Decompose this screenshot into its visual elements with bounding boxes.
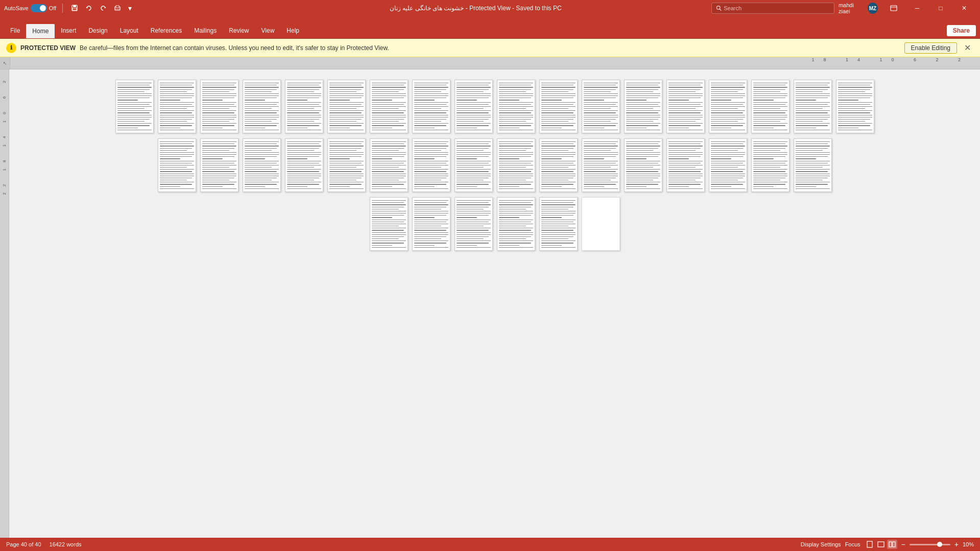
- customize-qa-button[interactable]: ▾: [126, 3, 134, 13]
- svg-rect-1: [73, 5, 76, 7]
- tab-layout[interactable]: Layout: [114, 23, 145, 38]
- page-thumb[interactable]: [412, 138, 450, 192]
- page-thumb[interactable]: [794, 80, 832, 133]
- svg-rect-4: [116, 6, 119, 8]
- page-thumb[interactable]: [709, 80, 747, 133]
- title-bar: AutoSave Off ▾ خشونت های خانگی علیه زنان…: [0, 0, 980, 16]
- share-button[interactable]: Share: [947, 25, 976, 36]
- redo-button[interactable]: [98, 4, 109, 13]
- page-thumb[interactable]: [370, 80, 408, 133]
- ribbon-display-button[interactable]: [882, 0, 905, 16]
- page-thumb[interactable]: [243, 138, 281, 192]
- page-thumb[interactable]: [497, 80, 535, 133]
- autosave-label: AutoSave: [4, 5, 29, 11]
- ribbon: File Home Insert Design Layout Reference…: [0, 16, 980, 39]
- ruler-area: ↖ 18 14 10 6 2 2: [0, 57, 980, 69]
- page-thumb[interactable]: [666, 80, 705, 133]
- page-thumb[interactable]: [200, 80, 238, 133]
- minimize-button[interactable]: ─: [905, 0, 929, 16]
- status-right: Display Settings Focus − + 10%: [801, 540, 974, 549]
- page-thumb[interactable]: [582, 197, 620, 251]
- page-thumb[interactable]: [115, 80, 154, 133]
- page-thumb[interactable]: [624, 138, 662, 192]
- tab-view[interactable]: View: [255, 23, 281, 38]
- vertical-ruler: 22 18 14 10 6 2: [0, 69, 9, 538]
- ribbon-right: Share: [947, 25, 976, 38]
- page-info: Page 40 of 40: [6, 541, 41, 547]
- page-thumb[interactable]: [412, 80, 450, 133]
- tab-insert[interactable]: Insert: [55, 23, 82, 38]
- close-button[interactable]: ✕: [952, 0, 976, 16]
- search-input[interactable]: [724, 5, 830, 11]
- tab-references[interactable]: References: [145, 23, 188, 38]
- status-left: Page 40 of 40 16422 words: [6, 541, 82, 547]
- tab-mailings[interactable]: Mailings: [188, 23, 223, 38]
- autosave-area: AutoSave Off: [4, 4, 56, 12]
- page-thumb[interactable]: [243, 80, 281, 133]
- tab-help[interactable]: Help: [280, 23, 305, 38]
- page-thumb[interactable]: [666, 138, 705, 192]
- page-thumb[interactable]: [158, 80, 196, 133]
- page-thumb[interactable]: [836, 80, 874, 133]
- svg-rect-10: [867, 541, 872, 547]
- window-controls: ─ □ ✕: [882, 0, 976, 16]
- page-thumb[interactable]: [285, 138, 323, 192]
- page-thumb[interactable]: [200, 138, 238, 192]
- page-thumb[interactable]: [794, 138, 832, 192]
- word-count: 16422 words: [50, 541, 82, 547]
- page-thumb[interactable]: [455, 80, 493, 133]
- page-thumb[interactable]: [582, 80, 620, 133]
- search-icon: [716, 5, 722, 11]
- page-thumb[interactable]: [751, 138, 790, 192]
- svg-point-6: [716, 6, 720, 10]
- page-thumb[interactable]: [370, 197, 408, 251]
- display-settings-button[interactable]: Display Settings: [801, 541, 841, 547]
- svg-rect-12: [889, 542, 892, 547]
- zoom-in-button[interactable]: +: [954, 540, 959, 548]
- main-area: 22 18 14 10 6 2: [0, 69, 980, 538]
- page-thumb[interactable]: [709, 138, 747, 192]
- page-thumb[interactable]: [455, 138, 493, 192]
- page-thumb[interactable]: [539, 197, 578, 251]
- focus-button[interactable]: Focus: [845, 541, 861, 547]
- page-thumb[interactable]: [751, 80, 790, 133]
- page-thumb[interactable]: [370, 138, 408, 192]
- page-thumb[interactable]: [327, 80, 366, 133]
- save-button[interactable]: [69, 4, 80, 13]
- ruler-corner[interactable]: ↖: [0, 57, 10, 69]
- read-mode-button[interactable]: [887, 540, 897, 549]
- zoom-out-button[interactable]: −: [901, 540, 905, 548]
- tab-home[interactable]: Home: [26, 23, 55, 38]
- page-thumb[interactable]: [582, 138, 620, 192]
- page-thumb[interactable]: [497, 197, 535, 251]
- web-layout-button[interactable]: [876, 540, 886, 549]
- view-buttons: [865, 540, 897, 549]
- protected-message: Be careful—files from the Internet can c…: [80, 44, 900, 52]
- protected-close-button[interactable]: ✕: [961, 42, 974, 54]
- page-thumb[interactable]: [412, 197, 450, 251]
- restore-button[interactable]: □: [929, 0, 952, 16]
- page-thumb[interactable]: [624, 80, 662, 133]
- autosave-state: Off: [49, 5, 56, 11]
- page-thumb[interactable]: [539, 80, 578, 133]
- tab-file[interactable]: File: [4, 23, 26, 38]
- autosave-toggle[interactable]: [31, 4, 47, 12]
- svg-rect-8: [891, 6, 897, 11]
- enable-editing-button[interactable]: Enable Editing: [904, 42, 957, 54]
- print-layout-button[interactable]: [865, 540, 875, 549]
- zoom-slider[interactable]: [910, 544, 950, 545]
- undo-button[interactable]: [83, 4, 94, 13]
- page-thumb[interactable]: [285, 80, 323, 133]
- page-thumb[interactable]: [327, 138, 366, 192]
- title-bar-center: خشونت های خانگی علیه زنان - Protected Vi…: [240, 5, 711, 12]
- print-preview-button[interactable]: [112, 4, 123, 13]
- tab-design[interactable]: Design: [82, 23, 113, 38]
- search-bar[interactable]: [711, 3, 834, 14]
- page-thumb[interactable]: [158, 138, 196, 192]
- zoom-thumb: [937, 542, 942, 547]
- page-thumb[interactable]: [539, 138, 578, 192]
- page-thumb[interactable]: [497, 138, 535, 192]
- page-thumb[interactable]: [455, 197, 493, 251]
- tab-review[interactable]: Review: [223, 23, 255, 38]
- content-area[interactable]: [9, 69, 980, 538]
